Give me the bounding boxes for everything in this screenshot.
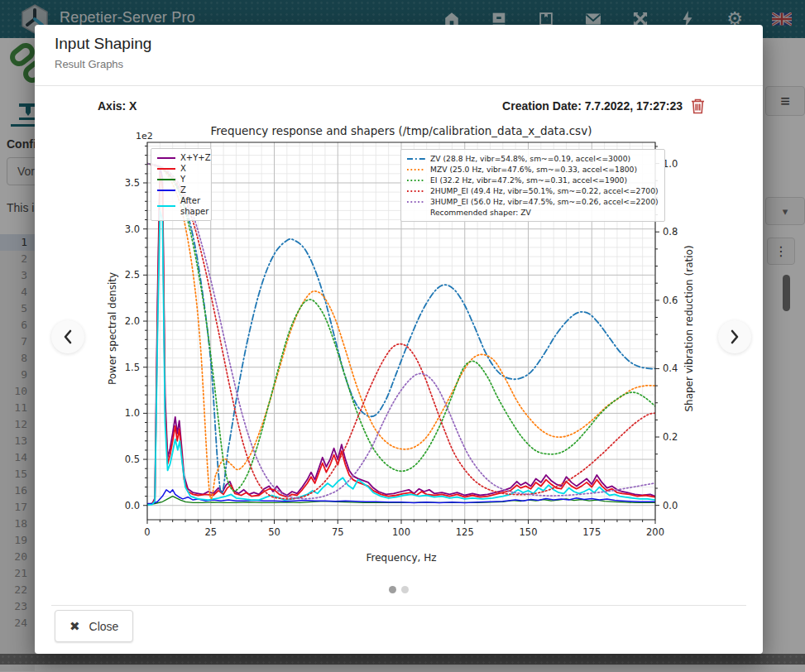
screen: Repetier-Server Pro ⚙ (0, 0, 805, 672)
left-y-axis-label: Power spectral density (107, 262, 118, 395)
svg-text:25: 25 (204, 526, 217, 538)
svg-text:1.0: 1.0 (663, 158, 678, 170)
legend-label: X (180, 163, 186, 174)
chevron-left-icon (62, 329, 74, 344)
legend-entry-zv: ZV (28.8 Hz, vibr=54.8%, sm~=0.19, accel… (406, 153, 659, 164)
svg-text:50: 50 (268, 526, 280, 538)
legend-label: After shaper (180, 195, 208, 217)
legend-label: ZV (28.8 Hz, vibr=54.8%, sm~=0.19, accel… (430, 153, 630, 164)
legend-swatch-2hump-ei (406, 187, 426, 195)
svg-text:2.0: 2.0 (125, 315, 140, 327)
creation-date-label: Creation Date: 7.7.2022, 17:27:23 (502, 99, 683, 113)
legend-entry-x: X (156, 163, 205, 174)
svg-text:0.0: 0.0 (663, 500, 678, 511)
chart-title: Frequency response and shapers (/tmp/cal… (98, 124, 705, 137)
legend-label: Z (180, 185, 186, 195)
legend-swatch-recommended (406, 209, 426, 217)
psd-legend: X+Y+ZXYZAfter shaper (151, 148, 212, 221)
svg-text:3.5: 3.5 (125, 177, 140, 189)
svg-text:1.5: 1.5 (125, 362, 140, 373)
legend-swatch-mzv (406, 166, 426, 174)
legend-entry-after-shaper: After shaper (156, 195, 205, 217)
legend-label: X+Y+Z (180, 152, 211, 163)
svg-text:75: 75 (332, 526, 344, 538)
axis-label: Axis: X (98, 99, 137, 113)
svg-text:0.4: 0.4 (663, 362, 678, 374)
legend-swatch-3hump-ei (406, 198, 426, 206)
legend-entry-ei: EI (32.2 Hz, vibr=47.2%, sm~=0.31, accel… (406, 175, 659, 185)
legend-entry-mzv: MZV (25.0 Hz, vibr=47.6%, sm~=0.33, acce… (406, 164, 659, 175)
svg-text:175: 175 (582, 526, 601, 538)
svg-text:200: 200 (646, 526, 664, 538)
svg-text:0: 0 (144, 526, 150, 538)
legend-label: EI (32.2 Hz, vibr=47.2%, sm~=0.31, accel… (430, 175, 627, 185)
legend-swatch-ei (406, 176, 426, 185)
svg-text:0.0: 0.0 (125, 500, 140, 511)
svg-text:0.2: 0.2 (663, 431, 678, 443)
legend-entry-2hump-ei: 2HUMP_EI (49.4 Hz, vibr=50.1%, sm~=0.22,… (406, 185, 659, 196)
svg-text:100: 100 (392, 526, 410, 538)
svg-text:125: 125 (456, 526, 474, 538)
dialog-title: Input Shaping (55, 35, 151, 53)
legend-entry-x-y-z: X+Y+Z (156, 152, 205, 163)
frequency-response-chart: 02550751001251501752000.00.51.01.52.02.5… (98, 116, 705, 577)
shaper-legend: ZV (28.8 Hz, vibr=54.8%, sm~=0.19, accel… (400, 149, 665, 222)
legend-swatch-y (156, 175, 176, 184)
carousel-dots (35, 586, 763, 593)
legend-swatch-x (156, 165, 176, 173)
legend-label: MZV (25.0 Hz, vibr=47.6%, sm~=0.33, acce… (430, 164, 637, 175)
close-icon: ✖ (69, 619, 80, 634)
legend-entry-z: Z (156, 185, 205, 195)
close-button[interactable]: ✖ Close (55, 610, 133, 642)
legend-entry-recommended: Recommended shaper: ZV (406, 207, 659, 218)
right-y-axis-label: Shaper vibration reduction (ratio) (683, 233, 695, 424)
legend-entry-y: Y (156, 174, 205, 185)
svg-text:0.8: 0.8 (663, 226, 678, 238)
svg-text:1.0: 1.0 (125, 407, 140, 419)
legend-label: Recommended shaper: ZV (430, 207, 531, 218)
svg-text:0.6: 0.6 (663, 295, 678, 306)
axis-offset-text: 1e2 (136, 131, 153, 142)
svg-text:150: 150 (520, 526, 538, 538)
svg-text:0.5: 0.5 (125, 454, 140, 465)
carousel-next-button[interactable] (718, 320, 751, 353)
legend-swatch-z (156, 186, 176, 194)
footer-divider (51, 605, 746, 606)
svg-text:3.0: 3.0 (125, 223, 140, 235)
dialog-header: Input Shaping Result Graphs (35, 25, 763, 86)
legend-swatch-zv (406, 155, 426, 163)
legend-label: Y (180, 174, 185, 185)
svg-text:2.5: 2.5 (125, 269, 140, 281)
graph-meta-row: Axis: X Creation Date: 7.7.2022, 17:27:2… (98, 98, 705, 114)
delete-trash-icon[interactable] (691, 98, 705, 114)
carousel-prev-button[interactable] (51, 320, 84, 353)
input-shaping-dialog: Input Shaping Result Graphs Axis: X Crea… (35, 25, 763, 654)
legend-label: 3HUMP_EI (56.0 Hz, vibr=47.5%, sm~=0.26,… (430, 196, 659, 207)
legend-entry-3hump-ei: 3HUMP_EI (56.0 Hz, vibr=47.5%, sm~=0.26,… (406, 196, 659, 207)
legend-swatch-after-shaper (156, 202, 176, 210)
legend-label: 2HUMP_EI (49.4 Hz, vibr=50.1%, sm~=0.22,… (430, 185, 659, 196)
carousel-dot-1[interactable] (389, 586, 396, 593)
dialog-subtitle: Result Graphs (55, 58, 123, 70)
chevron-right-icon (729, 329, 740, 344)
carousel-dot-2[interactable] (401, 586, 409, 593)
legend-swatch-x-y-z (156, 154, 176, 162)
x-axis-label: Frequency, Hz (98, 552, 705, 564)
